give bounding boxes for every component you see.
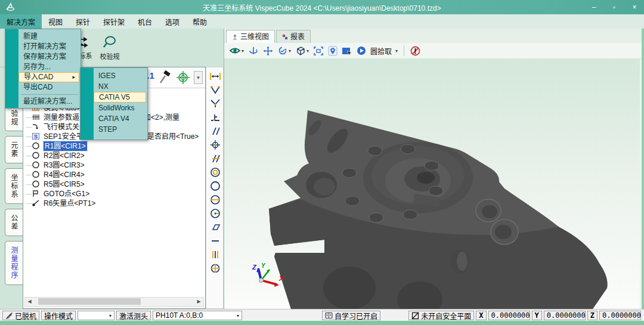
cad-align-icon[interactable] [176, 70, 190, 85]
fit-view-button[interactable] [313, 46, 324, 56]
spin-view-button[interactable]: ▾ [277, 46, 291, 55]
parallelism-icon[interactable] [209, 126, 221, 137]
straightness-icon[interactable] [209, 236, 221, 246]
hammer-icon[interactable] [158, 70, 172, 85]
spin-icon [277, 46, 288, 55]
scrollbar-thumb[interactable] [38, 298, 141, 305]
menu-solution[interactable]: 解决方案 [0, 14, 42, 29]
3d-view-icon [232, 34, 238, 40]
operation-mode-select[interactable]: ▾ [78, 311, 114, 320]
angularity-icon[interactable] [209, 153, 221, 164]
angle-between-icon[interactable] [209, 98, 221, 109]
x-axis-label: X [476, 311, 486, 320]
flatness-icon[interactable] [209, 222, 221, 233]
offline-status: 已脱机 [2, 311, 39, 320]
toolbar-overflow-button[interactable]: ▾ [194, 71, 203, 84]
menu-item-recent[interactable]: 最近解决方案... [18, 97, 80, 107]
tree-row[interactable]: R4圆<CIR4> [23, 170, 205, 179]
close-button[interactable]: × [628, 3, 640, 11]
submenu-item-solidworks[interactable]: SolidWorks [94, 103, 147, 113]
tree-row[interactable]: R3圆<CIR3> [23, 160, 205, 170]
menu-probe-rack[interactable]: 探针架 [97, 14, 131, 29]
window-select-button[interactable] [342, 47, 352, 55]
y-coordinate-value: 0.0000000 [544, 311, 586, 320]
title-bar: 天准三坐标系统 VispecCube 2024 <C:\Users\jiaosi… [0, 0, 644, 14]
tree-item-label: R2圆<CIR2> [44, 151, 85, 160]
tab-3d-view[interactable]: 三维视图 [226, 30, 275, 43]
tree-row[interactable]: R6矢量点<PT1> [23, 199, 205, 208]
menu-item-new[interactable]: 新建 [18, 32, 80, 42]
svg-text:S: S [34, 134, 38, 140]
location-pin-icon [328, 46, 338, 56]
play-button[interactable] [357, 46, 366, 55]
tree-item-label: R4圆<CIR4> [44, 170, 85, 179]
menu-item-save-as[interactable]: 另存为... [18, 62, 80, 72]
circular-runout-icon[interactable] [209, 208, 221, 219]
scroll-right-icon[interactable]: ▶ [194, 298, 203, 305]
locate-button[interactable] [328, 46, 338, 56]
submenu-item-nx[interactable]: NX [94, 81, 147, 92]
x-coordinate-value: 0.0000000 [488, 311, 530, 320]
rotate-view-button[interactable] [248, 46, 259, 55]
menu-view[interactable]: 视图 [42, 14, 69, 29]
submenu-item-catia-v5[interactable]: CATIA V5 [94, 92, 146, 103]
minimize-button[interactable]: – [588, 3, 600, 11]
tab-tolerance[interactable]: 公差 [5, 209, 23, 236]
menu-item-export-cad[interactable]: 导出CAD [18, 82, 80, 92]
tree-row[interactable]: GOTO点<G1> [23, 189, 205, 199]
fly-mode-icon [32, 123, 40, 131]
submenu-arrow-icon: ▸ [72, 73, 75, 82]
tab-program[interactable]: 测量程序 [5, 241, 23, 285]
tree-item-label: R6矢量点<PT1> [44, 199, 95, 208]
tree-item-label: R3圆<CIR3> [44, 160, 85, 170]
active-probe-select[interactable]: PH10T A:0,B:0▾ [153, 311, 242, 320]
pan-view-button[interactable] [263, 46, 273, 56]
menu-help[interactable]: 帮助 [186, 14, 213, 29]
tree-row[interactable]: R1圆<CIR1> [23, 141, 205, 151]
submenu-item-step[interactable]: STEP [94, 124, 147, 135]
roundness-icon[interactable] [209, 181, 221, 191]
cad-model[interactable]: Z Y X [224, 58, 640, 309]
gauge-magnifier-icon [102, 35, 117, 49]
distance-icon[interactable] [209, 71, 221, 82]
submenu-item-iges[interactable]: IGES [94, 70, 147, 81]
menu-options[interactable]: 选项 [159, 14, 186, 29]
cylindricity-icon[interactable] [209, 249, 221, 260]
eye-icon [229, 47, 241, 55]
window-frame-bottom [0, 321, 644, 325]
tab-report[interactable]: 报表 [276, 30, 311, 43]
tree-horizontal-scrollbar[interactable]: ◀ ▶ [24, 297, 204, 307]
symmetry-icon[interactable] [209, 194, 221, 205]
menu-item-open[interactable]: 打开解决方案 [18, 42, 80, 52]
probe-disabled-button[interactable] [410, 46, 420, 56]
pan-icon [263, 46, 273, 56]
position-icon[interactable] [209, 140, 221, 150]
menu-probe[interactable]: 探针 [69, 14, 97, 29]
gauge-button[interactable]: 校验规 [96, 31, 123, 64]
maximize-button[interactable]: ▫ [608, 3, 620, 11]
tree-row[interactable]: R2圆<CIR2> [23, 151, 205, 160]
tree-row[interactable]: R5圆<CIR5> [23, 179, 205, 189]
circle-icon [32, 180, 40, 188]
tab-coordinate[interactable]: 坐标系 [5, 168, 23, 204]
dropdown-arrow-icon: ▾ [306, 48, 309, 54]
menu-machine[interactable]: 机台 [131, 14, 159, 29]
fit-screen-icon [313, 46, 324, 56]
visibility-button[interactable]: ▾ [229, 47, 244, 55]
scroll-left-icon[interactable]: ◀ [25, 298, 34, 305]
view-toolbar: ▾ ▾ ▾ [224, 43, 642, 59]
menu-item-import-cad[interactable]: 导入CAD ▸ [18, 72, 79, 82]
submenu-item-catia-v4[interactable]: CATIA V4 [94, 113, 147, 124]
cube-view-button[interactable]: ▾ [295, 46, 309, 56]
menu-item-save[interactable]: 保存解决方案 [18, 52, 80, 62]
concentricity-icon[interactable] [209, 167, 221, 178]
angle-icon[interactable] [209, 85, 221, 95]
window-arrow-icon [342, 47, 352, 55]
perpendicularity-icon[interactable] [209, 112, 221, 123]
tab-elements[interactable]: 元素 [5, 136, 23, 163]
circle-pick-button[interactable]: 圆拾取 ▾ [370, 46, 398, 56]
tolerance-toolbar [206, 67, 224, 309]
play-icon [357, 46, 366, 55]
viewport-3d[interactable]: Z Y X [224, 58, 640, 309]
true-position-icon[interactable] [209, 263, 221, 274]
